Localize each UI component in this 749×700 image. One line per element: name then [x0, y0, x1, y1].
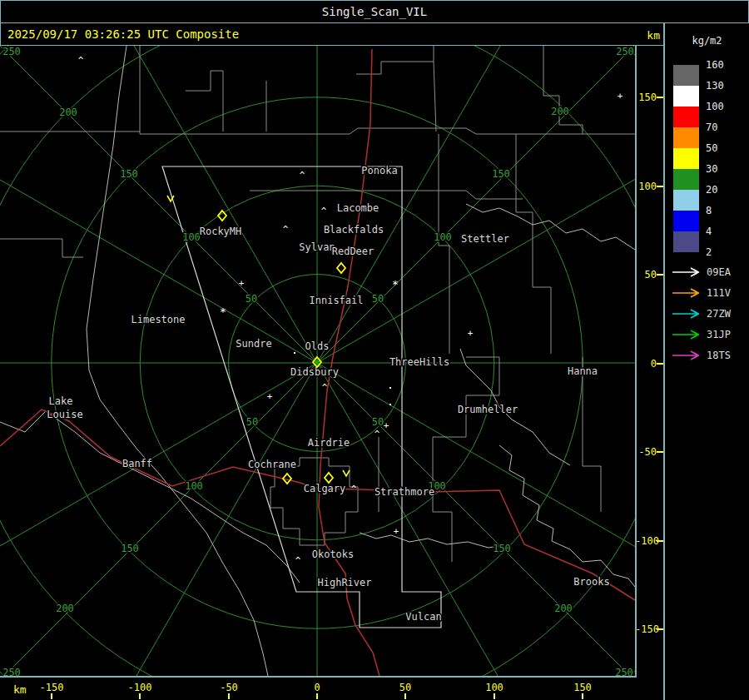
track-legend-item: 111V	[672, 287, 731, 299]
ring-distance-label: 250	[616, 46, 634, 57]
right-axis-tick-label: -50	[635, 446, 657, 458]
city-label: Drumheller	[458, 404, 518, 415]
ring-distance-label: 150	[492, 168, 510, 180]
scale-color-box	[673, 169, 699, 190]
ring-distance-label: 150	[121, 543, 139, 554]
scale-color-box	[673, 127, 699, 148]
track-legend-item: 18TS	[672, 350, 731, 361]
right-axis-tick-label: 0	[635, 358, 657, 370]
track-id-label: 09EA	[707, 266, 731, 278]
right-axis-tick-label: -150	[635, 623, 657, 635]
track-id-label: 31JP	[707, 329, 731, 340]
dot-marker	[389, 404, 391, 405]
bottom-axis-tick-label: -150	[40, 682, 64, 693]
city-label: HighRiver	[317, 577, 371, 588]
ring-distance-label: 50	[246, 416, 258, 428]
bottom-axis-tick	[316, 693, 318, 699]
track-id-label: 18TS	[707, 350, 731, 361]
ring-distance-label: 250	[2, 46, 21, 57]
scale-value-label: 100	[706, 101, 724, 112]
city-label: Calgary	[304, 483, 346, 494]
terrain-boundary-line	[87, 46, 268, 676]
plus-marker: +	[618, 91, 623, 102]
city-label: Ponoka	[361, 165, 397, 176]
caret-marker: ^	[295, 555, 301, 566]
scale-color-box	[673, 148, 699, 169]
track-arrow-icon	[672, 350, 703, 361]
plus-marker: +	[468, 328, 474, 339]
radar-map-canvas[interactable]: 5050505010010010010015015015015020020020…	[0, 46, 635, 676]
ring-distance-label: 200	[59, 107, 77, 118]
ring-distance-label: 100	[182, 231, 201, 243]
track-legend-item: 09EA	[672, 266, 731, 278]
right-axis-tick	[657, 451, 663, 453]
county-boundary-line	[433, 357, 499, 562]
scale-value-label: 70	[706, 122, 717, 133]
city-label: ThreeHills	[389, 356, 449, 368]
caret-marker: ^	[322, 382, 328, 393]
right-axis-tick	[657, 363, 663, 365]
radar-map-display[interactable]: 5050505010010010010015015015015020020020…	[0, 46, 637, 678]
caret-marker: ^	[374, 429, 380, 439]
ring-distance-label: 200	[551, 106, 569, 117]
bottom-axis-unit-label: km	[13, 683, 27, 696]
scale-color-box	[673, 86, 699, 107]
scale-color-box	[673, 231, 699, 252]
city-label: Innisfail	[309, 295, 363, 306]
track-arrow-icon	[672, 266, 703, 278]
track-arrow-icon	[672, 308, 703, 320]
bottom-axis-tick	[228, 693, 230, 699]
bottom-axis-tick-label: -100	[128, 682, 152, 693]
county-boundary-line	[516, 134, 551, 354]
right-axis-tick	[657, 628, 663, 630]
caret-marker: ^	[78, 55, 84, 66]
county-boundary-line	[0, 239, 83, 257]
terrain-boundary-line	[360, 533, 503, 548]
storm-track-arrow-marker	[343, 470, 350, 476]
plus-marker: +	[239, 278, 245, 289]
ring-distance-label: 50	[246, 293, 257, 305]
dot-marker	[294, 352, 295, 354]
scale-color-box	[673, 190, 699, 211]
track-id-label: 111V	[707, 287, 731, 299]
ring-distance-label: 200	[554, 603, 573, 614]
city-label: Airdrie	[308, 437, 350, 449]
city-label: Blackfalds	[324, 224, 384, 236]
scale-color-box	[673, 65, 699, 86]
city-label: Cochrane	[248, 459, 296, 470]
track-arrow-icon	[672, 329, 703, 340]
ring-distance-label: 50	[372, 416, 384, 428]
county-boundary-line	[583, 357, 601, 512]
scale-value-label: 50	[706, 142, 717, 154]
right-axis-unit-label: km	[647, 29, 660, 42]
plus-marker: +	[384, 420, 389, 431]
right-axis-tick-label: 100	[635, 181, 657, 192]
scale-value-label: 130	[706, 80, 724, 92]
window-title: Single_Scan_VIL	[322, 5, 427, 18]
scan-timestamp: 2025/09/17 03:26:25 UTC Composite	[7, 27, 239, 41]
ring-distance-label: 200	[56, 603, 74, 614]
bottom-axis-tick	[404, 693, 406, 699]
county-boundary-line	[543, 46, 583, 134]
ring-distance-label: 50	[372, 293, 384, 305]
city-label: Banff	[122, 458, 152, 469]
scale-value-label: 2	[706, 246, 712, 258]
caret-marker: ^	[321, 206, 327, 216]
right-axis-tick-label: 150	[635, 92, 657, 103]
right-axis-tick	[657, 97, 663, 98]
county-boundary-line	[434, 62, 436, 132]
plus-marker: +	[267, 391, 273, 402]
city-label: RockyMH	[200, 226, 242, 237]
city-label: Sundre	[236, 338, 271, 350]
track-id-label: 27ZW	[707, 308, 731, 320]
title-bar: Single_Scan_VIL	[0, 0, 749, 23]
scale-value-label: 20	[706, 184, 717, 196]
bottom-axis-tick-label: -50	[220, 682, 238, 693]
bottom-axis-tick-label: 50	[399, 682, 411, 693]
asterisk-marker: *	[392, 278, 399, 290]
track-legend-item: 31JP	[672, 329, 731, 340]
right-axis-tick	[657, 540, 663, 542]
radar-site-marker	[325, 473, 333, 483]
bottom-axis-tick-label: 150	[573, 682, 592, 693]
track-legend-item: 27ZW	[672, 308, 731, 320]
